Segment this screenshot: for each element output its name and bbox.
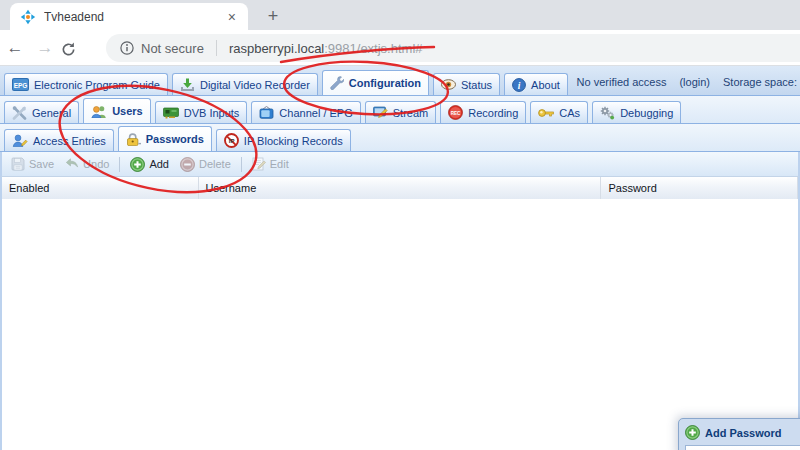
users-tab-access-entries[interactable]: Access Entries bbox=[4, 129, 114, 151]
column-header-enabled[interactable]: Enabled bbox=[2, 177, 199, 199]
close-tab-icon[interactable]: × bbox=[226, 10, 238, 24]
undo-icon bbox=[65, 158, 79, 170]
svg-text:IP: IP bbox=[229, 138, 235, 144]
tab-label: IP Blocking Records bbox=[244, 135, 343, 147]
delete-icon bbox=[180, 157, 195, 172]
tab-label: About bbox=[531, 79, 560, 91]
configuration-tabbar: GeneralUsersDVB InputsChannel / EPGStrea… bbox=[0, 96, 800, 124]
add-icon bbox=[130, 157, 145, 172]
tab-electronic-program-guide[interactable]: EPGElectronic Program Guide bbox=[4, 73, 168, 95]
browser-tab-tvheadend[interactable]: Tvheadend × bbox=[10, 3, 248, 30]
config-tab-channel-epg[interactable]: Channel / EPG bbox=[251, 101, 360, 123]
button-label: Add bbox=[149, 158, 169, 170]
column-header-password[interactable]: Password bbox=[601, 177, 798, 199]
button-label: Delete bbox=[199, 158, 231, 170]
url-domain: raspberrypi.local bbox=[229, 41, 324, 56]
passwords-grid: EnabledUsernamePassword bbox=[0, 177, 800, 450]
button-label: Edit bbox=[270, 158, 289, 170]
key-icon bbox=[538, 108, 554, 118]
add-password-window: Add Password bbox=[678, 418, 800, 450]
toolbar-separator bbox=[119, 157, 120, 172]
lock-icon bbox=[126, 133, 141, 146]
header-right: No verified access (login) Storage space… bbox=[577, 76, 800, 95]
users-icon bbox=[91, 105, 107, 118]
add-password-titlebar[interactable]: Add Password bbox=[685, 425, 800, 440]
config-tab-stream[interactable]: Stream bbox=[365, 101, 436, 123]
reload-icon[interactable] bbox=[60, 38, 90, 58]
access-status-text: No verified access bbox=[577, 76, 667, 88]
info-icon: i bbox=[512, 78, 526, 92]
popup-body bbox=[685, 445, 800, 450]
browser-toolbar: ← → Not secure raspberrypi.local:9981/ex… bbox=[0, 30, 800, 66]
page-info-icon[interactable] bbox=[120, 41, 134, 55]
users-tab-passwords[interactable]: Passwords bbox=[118, 126, 212, 151]
tab-label: Electronic Program Guide bbox=[34, 79, 160, 91]
config-tab-users[interactable]: Users bbox=[83, 98, 151, 123]
svg-text:EPG: EPG bbox=[14, 82, 28, 89]
users-tab-ip-blocking-records[interactable]: IPIP Blocking Records bbox=[216, 129, 351, 151]
tab-label: General bbox=[32, 107, 71, 119]
main-tabbar: EPGElectronic Program GuideDigital Video… bbox=[0, 66, 800, 96]
new-tab-button[interactable]: + bbox=[258, 3, 288, 30]
tab-label: Users bbox=[112, 105, 143, 117]
users-tabbar: Access EntriesPasswordsIPIP Blocking Rec… bbox=[0, 124, 800, 152]
login-link[interactable]: (login) bbox=[679, 76, 710, 88]
tab-label: CAs bbox=[559, 107, 580, 119]
add-button[interactable]: Add bbox=[126, 155, 173, 174]
tools-icon bbox=[12, 106, 27, 120]
tab-status[interactable]: Status bbox=[433, 73, 500, 95]
save-button[interactable]: Save bbox=[7, 155, 58, 173]
save-icon bbox=[11, 157, 25, 171]
browser-tab-title: Tvheadend bbox=[44, 10, 218, 24]
svg-text:i: i bbox=[518, 81, 521, 91]
button-label: Save bbox=[29, 158, 54, 170]
eye-icon bbox=[441, 79, 456, 90]
column-header-username[interactable]: Username bbox=[199, 177, 602, 199]
useredit-icon bbox=[12, 134, 28, 147]
edit-button[interactable]: Edit bbox=[248, 155, 293, 173]
url-path: :9981/extjs.html# bbox=[324, 41, 422, 56]
stream-icon bbox=[373, 106, 388, 120]
wrench-icon bbox=[330, 76, 344, 90]
omnibox-divider bbox=[216, 40, 217, 56]
forward-icon[interactable]: → bbox=[30, 38, 60, 58]
edit-icon bbox=[252, 157, 266, 171]
back-icon[interactable]: ← bbox=[0, 38, 30, 58]
tab-label: Passwords bbox=[146, 133, 204, 145]
storage-space-label: Storage space: bbox=[723, 76, 797, 88]
tab-label: Recording bbox=[468, 107, 518, 119]
grid-toolbar: SaveUndoAddDeleteEdit bbox=[0, 152, 800, 177]
url-text[interactable]: raspberrypi.local:9981/extjs.html# bbox=[229, 41, 423, 56]
ipblock-icon: IP bbox=[224, 133, 239, 148]
config-tab-debugging[interactable]: Debugging bbox=[592, 101, 681, 123]
browser-tabstrip: Tvheadend × + bbox=[0, 0, 800, 30]
tab-label: Configuration bbox=[349, 77, 421, 89]
gears-icon bbox=[600, 106, 615, 120]
main-tabs: EPGElectronic Program GuideDigital Video… bbox=[4, 70, 572, 95]
tab-label: Stream bbox=[393, 107, 428, 119]
grid-header: EnabledUsernamePassword bbox=[2, 177, 798, 200]
dvr-icon bbox=[180, 78, 195, 92]
tab-digital-video-recorder[interactable]: Digital Video Recorder bbox=[172, 73, 318, 95]
config-tab-cas[interactable]: CAs bbox=[530, 101, 588, 123]
card-icon bbox=[163, 107, 179, 119]
tv-icon bbox=[259, 106, 274, 119]
delete-button[interactable]: Delete bbox=[176, 155, 235, 174]
tab-label: DVB Inputs bbox=[184, 107, 240, 119]
epg-icon: EPG bbox=[12, 78, 29, 91]
tab-label: Digital Video Recorder bbox=[200, 79, 310, 91]
tab-label: Debugging bbox=[620, 107, 673, 119]
config-tab-recording[interactable]: RECRecording bbox=[440, 101, 526, 123]
config-tab-dvb-inputs[interactable]: DVB Inputs bbox=[155, 101, 248, 123]
security-chip[interactable]: Not secure bbox=[141, 41, 204, 56]
config-tab-general[interactable]: General bbox=[4, 101, 79, 123]
toolbar-separator bbox=[241, 157, 242, 172]
tvheadend-app: EPGElectronic Program GuideDigital Video… bbox=[0, 66, 800, 450]
tab-about[interactable]: iAbout bbox=[504, 73, 568, 95]
undo-button[interactable]: Undo bbox=[61, 156, 113, 172]
tab-configuration[interactable]: Configuration bbox=[322, 70, 429, 95]
tab-label: Channel / EPG bbox=[279, 107, 352, 119]
rec-icon: REC bbox=[448, 105, 463, 120]
address-bar[interactable]: Not secure raspberrypi.local:9981/extjs.… bbox=[106, 34, 800, 62]
svg-text:REC: REC bbox=[451, 111, 461, 116]
